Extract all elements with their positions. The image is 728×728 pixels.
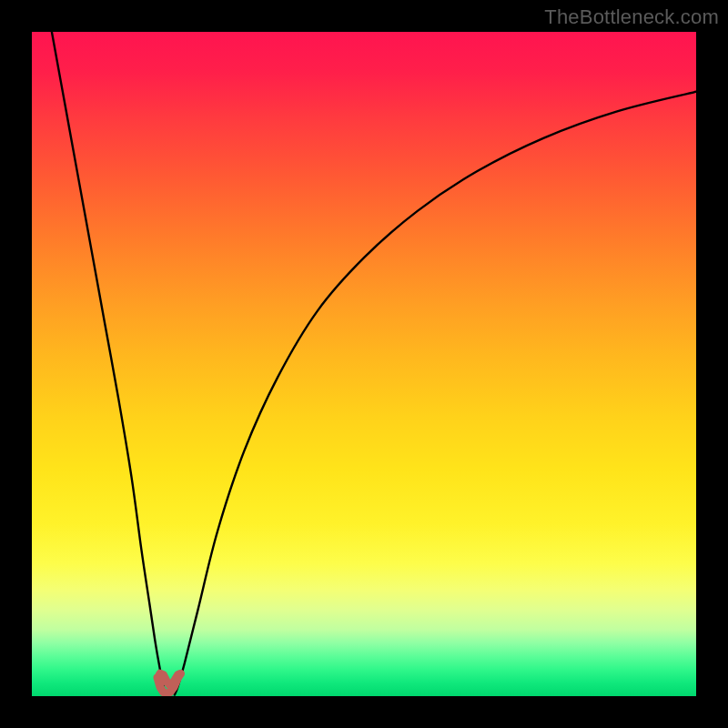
chart-svg [32,32,696,696]
watermark-text: TheBottleneck.com [544,5,719,29]
plot-area [32,32,696,696]
curve-left-branch [52,32,166,695]
curve-right-branch [175,92,696,695]
chart-frame: TheBottleneck.com [0,0,728,728]
